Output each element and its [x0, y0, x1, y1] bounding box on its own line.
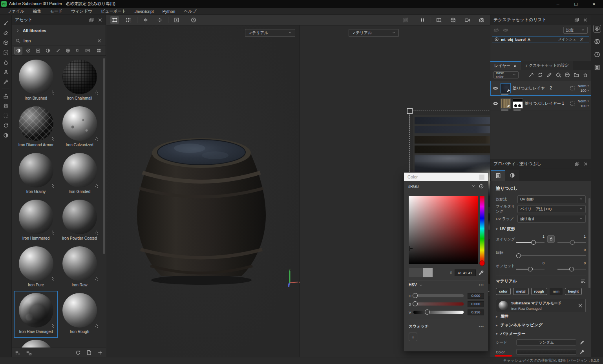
add-smart-layer-icon[interactable]: [565, 72, 570, 78]
filter-smart-materials[interactable]: [24, 47, 32, 55]
opacity-dropdown[interactable]: 100▾: [580, 104, 589, 108]
offset-x-slider[interactable]: 0: [516, 266, 545, 271]
display-mode-dropdown-3d[interactable]: マテリアル: [245, 29, 295, 37]
filter-smart-masks[interactable]: [34, 47, 42, 55]
search-input[interactable]: iron: [24, 38, 94, 43]
grid-toggle-icon[interactable]: [401, 16, 410, 24]
shelf-tool[interactable]: [1, 130, 11, 140]
layer-row-fill-1[interactable]: 塗りつぶしレイヤー 1 Norm▾ 100▾: [490, 96, 591, 111]
attributes-section[interactable]: ▸属性: [496, 312, 586, 321]
material-tile[interactable]: Iron Galvanized: [58, 104, 101, 151]
channel-chip-nrm[interactable]: nrm: [550, 288, 563, 295]
menu-item-0[interactable]: ファイル: [3, 8, 29, 15]
float-panel-icon[interactable]: [89, 18, 94, 22]
grid-view-icon[interactable]: [95, 47, 103, 55]
eyedropper-icon[interactable]: [479, 270, 484, 275]
eraser-tool[interactable]: [1, 28, 11, 38]
transform-gizmo-icon[interactable]: [110, 16, 119, 24]
mask-placeholder-icon[interactable]: [570, 101, 575, 106]
tab-material-properties[interactable]: [505, 170, 519, 181]
assets-libraries-row[interactable]: All libraries: [12, 25, 106, 36]
hsv-menu-icon[interactable]: •••: [479, 283, 484, 287]
add-paint-layer-icon[interactable]: [546, 72, 552, 78]
mask-placeholder-icon[interactable]: [570, 86, 575, 91]
material-tile[interactable]: Iron Diamond Armor: [14, 104, 58, 151]
solo-icon[interactable]: [503, 27, 508, 33]
close-panel-icon[interactable]: [583, 18, 588, 22]
color-model-dropdown[interactable]: [419, 283, 423, 287]
color-param-swatch[interactable]: [516, 349, 576, 355]
layer-visibility-icon[interactable]: [493, 101, 498, 106]
add-group-icon[interactable]: [574, 72, 579, 78]
material-tile[interactable]: Iron Brushed: [14, 58, 58, 104]
clone-stamp-tool[interactable]: [1, 67, 11, 77]
tab-fill-properties[interactable]: [491, 170, 505, 181]
properties-scrollbar[interactable]: [588, 198, 590, 288]
float-panel-icon[interactable]: [574, 18, 579, 22]
close-button[interactable]: ✕: [585, 0, 603, 8]
v-value-input[interactable]: 0.256: [468, 309, 484, 315]
v-slider[interactable]: [413, 311, 464, 314]
layer-row-fill-2[interactable]: 塗りつぶしレイヤー 2 Norm▾ 100▾: [490, 81, 591, 96]
uv-transform-section[interactable]: ▾UV 変形: [496, 226, 586, 232]
split-view-icon[interactable]: ⌄: [435, 16, 444, 24]
frame-handle[interactable]: [407, 108, 413, 114]
tiling-x-slider[interactable]: 1: [516, 239, 545, 244]
screenshot-icon[interactable]: [477, 16, 486, 24]
info-icon[interactable]: [479, 184, 484, 189]
h-slider[interactable]: [413, 294, 464, 297]
tab-layers[interactable]: レイヤー: [490, 61, 521, 70]
channel-chip-color[interactable]: color: [496, 288, 511, 295]
add-swatch-button[interactable]: +: [409, 333, 417, 341]
show-all-icon[interactable]: [493, 27, 499, 33]
material-tile[interactable]: Iron Grinded: [58, 151, 101, 198]
color-dialog-close-icon[interactable]: [479, 175, 484, 180]
filter-procedurals[interactable]: [64, 47, 72, 55]
delete-layer-icon[interactable]: [583, 72, 588, 78]
filter-environments[interactable]: [84, 47, 92, 55]
sv-cursor[interactable]: [408, 246, 412, 251]
visibility-icon[interactable]: [494, 37, 499, 42]
material-tile[interactable]: Iron Powder Coated: [58, 198, 101, 244]
polygon-fill-tool[interactable]: [1, 47, 11, 57]
hue-slider-handle[interactable]: [479, 260, 485, 266]
parameters-section[interactable]: ▾パラメーター: [496, 329, 586, 338]
float-panel-icon[interactable]: [575, 162, 579, 166]
menu-item-1[interactable]: 編集: [29, 8, 46, 15]
tiling-mode-icon[interactable]: ⌄: [124, 16, 133, 24]
minimize-button[interactable]: ─: [549, 0, 567, 8]
menu-item-4[interactable]: ビューポート: [97, 8, 130, 15]
material-sort-icon[interactable]: [580, 278, 586, 284]
opacity-dropdown[interactable]: 100▾: [580, 89, 589, 93]
import-resources-icon[interactable]: [15, 350, 20, 355]
layer-visibility-icon[interactable]: [493, 86, 498, 91]
viewport-3d[interactable]: マテリアル: [106, 25, 300, 357]
filter-materials[interactable]: [14, 47, 22, 55]
blend-mode-dropdown[interactable]: Norm▾: [577, 84, 589, 88]
remove-material-icon[interactable]: [577, 303, 583, 308]
layer-name[interactable]: 塗りつぶしレイヤー 1: [525, 101, 564, 106]
smudge-tool[interactable]: [1, 57, 11, 67]
assets-stack-tool[interactable]: [1, 101, 11, 111]
v-slider-handle[interactable]: [425, 309, 430, 315]
menu-item-5[interactable]: JavaScript: [130, 8, 158, 15]
menu-item-7[interactable]: ヘルプ: [179, 8, 201, 15]
export-tool[interactable]: [1, 91, 11, 101]
material-tile[interactable]: Iron Rough: [58, 291, 101, 338]
frame-selection-icon[interactable]: [172, 16, 181, 24]
uv-wrap-dropdown[interactable]: 繰り返す: [517, 215, 586, 223]
new-resource-icon[interactable]: [86, 350, 92, 355]
symmetry-vertical-icon[interactable]: [155, 16, 164, 24]
channel-filter-dropdown[interactable]: Base color: [493, 71, 519, 78]
color-space-dropdown[interactable]: [471, 183, 476, 190]
symmetry-horizontal-icon[interactable]: [141, 16, 150, 24]
reset-view-icon[interactable]: [189, 16, 198, 24]
camera-view-icon[interactable]: ⌄: [463, 16, 472, 24]
material-tile[interactable]: Iron Hammered: [14, 198, 58, 244]
menu-item-2[interactable]: モード: [46, 8, 67, 15]
paint-brush-tool[interactable]: [1, 18, 11, 28]
display-mode-dropdown-2d[interactable]: マテリアル: [349, 29, 399, 37]
close-panel-icon[interactable]: [583, 162, 588, 166]
hex-input[interactable]: 41 41 41: [455, 269, 476, 276]
layer-mask-thumbnail[interactable]: [513, 98, 523, 109]
